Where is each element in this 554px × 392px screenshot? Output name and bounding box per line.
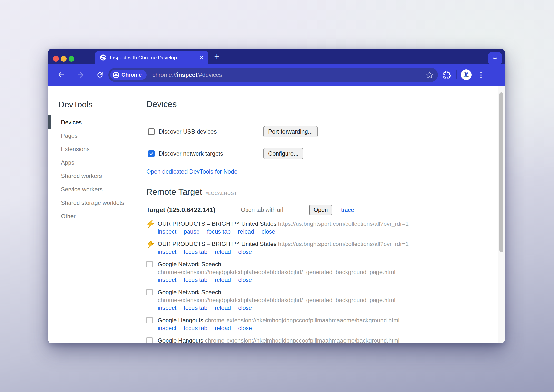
- target-actions: inspectfocus tabreloadclose: [158, 248, 487, 256]
- page-scrollbar[interactable]: [498, 86, 505, 343]
- trace-link[interactable]: trace: [341, 206, 354, 213]
- section-divider: [146, 116, 487, 116]
- sidebar-item-label: Apps: [61, 159, 74, 166]
- back-icon: [57, 71, 65, 79]
- action-focus-tab-link[interactable]: focus tab: [207, 228, 230, 235]
- action-inspect-link[interactable]: inspect: [158, 276, 176, 283]
- back-button[interactable]: [55, 69, 67, 81]
- menu-button[interactable]: [475, 69, 487, 81]
- sidebar-item-pages[interactable]: Pages: [48, 129, 146, 142]
- action-inspect-link[interactable]: inspect: [158, 248, 176, 255]
- configure-button[interactable]: Configure...: [263, 148, 303, 159]
- chrome-logo-icon: [113, 72, 119, 78]
- toolbar-divider: [456, 70, 457, 79]
- discover-network-checkbox[interactable]: [148, 150, 155, 157]
- target-actions: inspectfocus tabreloadclose: [158, 276, 487, 284]
- action-reload-link[interactable]: reload: [215, 325, 231, 331]
- omnibox[interactable]: Chrome chrome://inspect/#devices: [108, 68, 438, 82]
- action-close-link[interactable]: close: [262, 228, 275, 235]
- tab-close-icon[interactable]: ×: [198, 54, 205, 61]
- kebab-icon: [480, 72, 482, 73]
- action-focus-tab-link[interactable]: focus tab: [184, 304, 207, 311]
- sidebar-item-label: Extensions: [61, 146, 89, 152]
- new-tab-button[interactable]: +: [211, 50, 223, 62]
- open-button[interactable]: Open: [309, 205, 332, 215]
- action-inspect-link[interactable]: inspect: [158, 228, 176, 235]
- toolbar: Chrome chrome://inspect/#devices urlbox: [48, 64, 505, 86]
- target-version-label: Target (125.0.6422.141): [146, 206, 238, 214]
- bolt-icon: [146, 220, 155, 236]
- action-focus-tab-link[interactable]: focus tab: [184, 325, 207, 331]
- bookmark-star-button[interactable]: [426, 71, 434, 79]
- action-inspect-link[interactable]: inspect: [158, 304, 176, 311]
- chrome-chip: Chrome: [110, 70, 147, 80]
- action-close-link[interactable]: close: [238, 304, 252, 311]
- reload-button[interactable]: [94, 69, 106, 81]
- sidebar-item-label: Shared storage worklets: [61, 199, 124, 206]
- action-reload-link[interactable]: reload: [238, 228, 254, 235]
- sidebar-item-service-workers[interactable]: Service workers: [48, 183, 146, 196]
- target-title: Google Network Speech: [158, 289, 221, 295]
- node-devtools-link[interactable]: Open dedicated DevTools for Node: [146, 168, 237, 175]
- star-icon: [426, 71, 434, 79]
- target-actions: inspectfocus tabreloadclose: [158, 304, 487, 312]
- open-tab-url-input[interactable]: [238, 205, 308, 215]
- forward-icon: [76, 71, 85, 79]
- remote-target-heading: Remote Target: [146, 187, 202, 197]
- action-reload-link[interactable]: reload: [215, 304, 231, 311]
- action-pause-link[interactable]: pause: [184, 228, 199, 235]
- target-list: OUR PRODUCTS – BRIGHT™ United States htt…: [146, 220, 487, 343]
- sidebar-item-devices[interactable]: Devices: [48, 116, 146, 129]
- action-focus-tab-link[interactable]: focus tab: [184, 276, 207, 283]
- browser-tab[interactable]: Inspect with Chrome Develop ×: [95, 51, 208, 64]
- port-forwarding-button[interactable]: Port forwarding...: [263, 126, 318, 137]
- target-row: OUR PRODUCTS – BRIGHT™ United States htt…: [146, 220, 487, 236]
- sidebar-item-label: Shared workers: [61, 173, 102, 179]
- action-close-link[interactable]: close: [238, 276, 252, 283]
- action-reload-link[interactable]: reload: [215, 276, 231, 283]
- extensions-button[interactable]: [441, 69, 453, 81]
- target-url: chrome-extension://neajdppkdcdipfabeoofe…: [158, 268, 487, 276]
- chevron-down-icon: [491, 55, 499, 62]
- avatar-label: urlbox: [464, 76, 469, 78]
- action-reload-link[interactable]: reload: [215, 248, 231, 255]
- discover-usb-checkbox[interactable]: [148, 128, 155, 135]
- scrollbar-thumb[interactable]: [499, 92, 503, 252]
- discover-usb-label: Discover USB devices: [159, 128, 263, 135]
- zoom-window-button[interactable]: [69, 56, 74, 62]
- tab-strip: Inspect with Chrome Develop × +: [48, 49, 505, 64]
- sidebar: DevTools Devices Pages Extensions Apps S…: [48, 86, 146, 343]
- target-row: Google Network Speech chrome-extension:/…: [146, 261, 487, 284]
- close-window-button[interactable]: [53, 56, 59, 62]
- forward-button[interactable]: [75, 69, 86, 81]
- action-inspect-link[interactable]: inspect: [158, 325, 176, 331]
- sidebar-item-other[interactable]: Other: [48, 209, 146, 223]
- page-content: DevTools Devices Pages Extensions Apps S…: [48, 86, 505, 343]
- target-title: Google Hangouts: [158, 317, 203, 323]
- tab-strip-chevron-button[interactable]: [488, 52, 502, 65]
- action-focus-tab-link[interactable]: focus tab: [184, 248, 207, 255]
- globe-icon: [99, 54, 107, 61]
- profile-avatar[interactable]: urlbox: [461, 69, 472, 80]
- action-close-link[interactable]: close: [238, 248, 252, 255]
- target-url: https://us.brightsport.com/collections/a…: [278, 241, 409, 247]
- page-icon: [146, 289, 153, 295]
- minimize-window-button[interactable]: [61, 56, 67, 62]
- page-icon: [146, 337, 153, 343]
- target-row: Google Network Speech chrome-extension:/…: [146, 289, 487, 312]
- target-url: chrome-extension://neajdppkdcdipfabeoofe…: [158, 296, 487, 304]
- url-host: inspect: [177, 71, 197, 78]
- discover-usb-row: Discover USB devices Port forwarding...: [146, 126, 487, 137]
- action-close-link[interactable]: close: [238, 325, 252, 331]
- sidebar-item-shared-workers[interactable]: Shared workers: [48, 169, 146, 183]
- check-icon: [149, 151, 154, 156]
- sidebar-item-label: Other: [61, 213, 76, 219]
- url-path: /#devices: [197, 71, 222, 78]
- chip-label: Chrome: [121, 72, 142, 78]
- sidebar-item-extensions[interactable]: Extensions: [48, 142, 146, 156]
- target-row-controls: Target (125.0.6422.141) Open trace: [146, 204, 487, 216]
- sidebar-item-apps[interactable]: Apps: [48, 156, 146, 169]
- localhost-badge: #LOCALHOST: [206, 191, 237, 196]
- target-url: https://us.brightsport.com/collections/a…: [278, 220, 409, 227]
- sidebar-item-shared-storage-worklets[interactable]: Shared storage worklets: [48, 196, 146, 209]
